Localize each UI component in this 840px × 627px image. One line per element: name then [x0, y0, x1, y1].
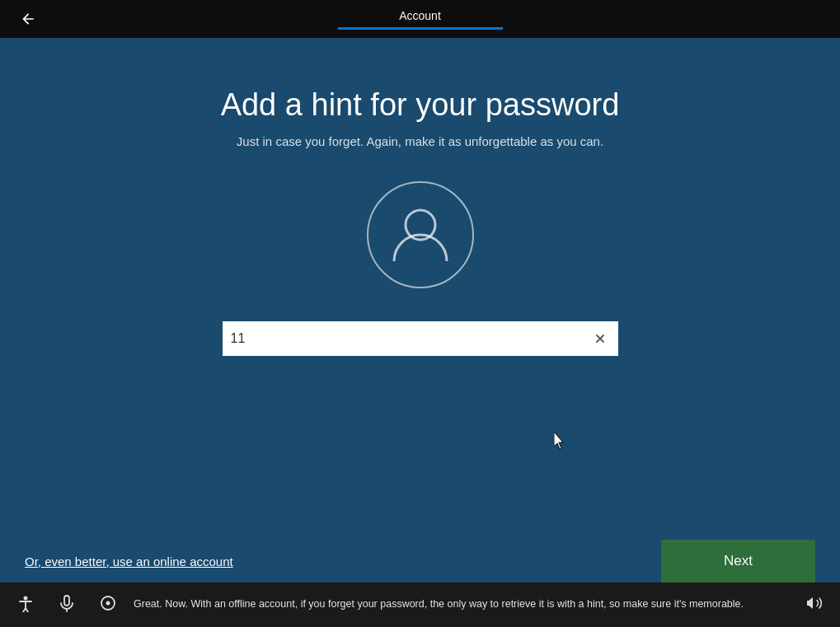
page-title: Add a hint for your password — [221, 87, 620, 123]
tab-underline — [338, 27, 503, 30]
accessibility-icon[interactable] — [16, 594, 35, 615]
taskbar-icons — [16, 594, 117, 615]
cursor — [554, 432, 564, 448]
svg-point-1 — [24, 597, 28, 601]
next-button[interactable]: Next — [661, 540, 815, 583]
input-container: 11 — [223, 321, 618, 356]
user-icon — [387, 202, 453, 268]
clear-input-button[interactable] — [590, 329, 610, 349]
microphone-icon[interactable] — [58, 594, 76, 615]
back-button[interactable] — [13, 4, 43, 34]
topbar: Account — [0, 0, 840, 38]
volume-icon[interactable] — [805, 594, 824, 615]
main-content: Add a hint for your password Just in cas… — [0, 38, 840, 356]
svg-rect-2 — [64, 596, 69, 606]
bottom-bar: Or, even better, use an online account N… — [0, 540, 840, 583]
tab-account: Account — [338, 9, 503, 30]
taskbar: Great. Now. With an offline account, if … — [0, 583, 840, 627]
tab-account-label: Account — [399, 9, 441, 26]
taskbar-message: Great. Now. With an offline account, if … — [134, 597, 805, 612]
page-subtitle: Just in case you forget. Again, make it … — [237, 134, 603, 148]
password-hint-input[interactable] — [223, 321, 618, 356]
online-account-link[interactable]: Or, even better, use an online account — [25, 554, 233, 569]
avatar — [367, 181, 474, 288]
camera-icon[interactable] — [99, 594, 117, 615]
svg-point-4 — [106, 601, 110, 606]
